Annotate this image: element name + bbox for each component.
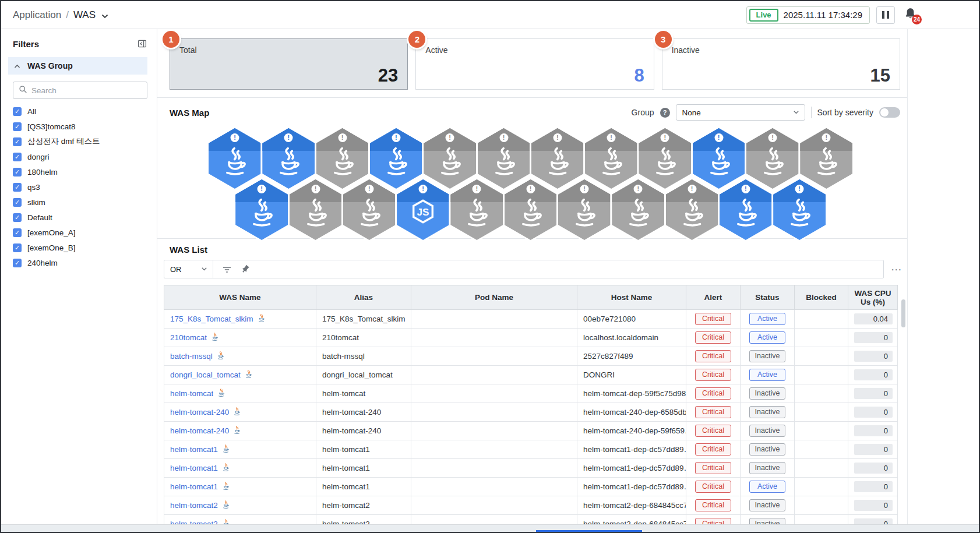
alert-badge[interactable]: Critical bbox=[695, 350, 731, 362]
column-header-status[interactable]: Status bbox=[741, 285, 795, 310]
was-hex-java-inactive[interactable]: ! bbox=[583, 126, 639, 190]
was-hex-java-inactive[interactable]: ! bbox=[556, 178, 612, 242]
checkbox-icon[interactable]: ✓ bbox=[13, 137, 22, 146]
was-name-link[interactable]: helm-tomcat1 bbox=[170, 464, 218, 472]
pause-button[interactable] bbox=[876, 6, 895, 24]
was-hex-java-active[interactable]: ! bbox=[207, 126, 263, 190]
was-hex-java-active[interactable]: ! bbox=[260, 126, 316, 190]
was-name-link[interactable]: helm-tomcat1 bbox=[170, 482, 218, 491]
sidebar-item-qs3[interactable]: ✓qs3 bbox=[13, 179, 147, 195]
checkbox-icon[interactable]: ✓ bbox=[13, 107, 22, 116]
was-name-link[interactable]: 210tomcat bbox=[170, 333, 207, 342]
was-name-link[interactable]: dongri_local_tomcat bbox=[170, 370, 241, 379]
was-group-header[interactable]: WAS Group bbox=[8, 57, 147, 75]
column-header-alias[interactable]: Alias bbox=[316, 285, 411, 310]
chevron-down-icon[interactable] bbox=[101, 10, 108, 22]
alert-badge[interactable]: Critical bbox=[695, 462, 731, 474]
filter-toolbar[interactable]: OR bbox=[164, 260, 884, 278]
alert-badge[interactable]: Critical bbox=[695, 499, 731, 511]
was-hex-java-inactive[interactable]: ! bbox=[449, 178, 505, 242]
was-hex-java-inactive[interactable]: ! bbox=[341, 178, 397, 242]
checkbox-icon[interactable]: ✓ bbox=[13, 168, 22, 177]
was-hex-java-inactive[interactable]: ! bbox=[315, 126, 371, 190]
breadcrumb-application[interactable]: Application bbox=[13, 9, 61, 21]
sidebar-item-[QS3]tomcat8[interactable]: ✓[QS3]tomcat8 bbox=[13, 119, 147, 134]
checkbox-icon[interactable]: ✓ bbox=[13, 259, 22, 267]
column-header-blocked[interactable]: Blocked bbox=[795, 285, 848, 310]
operator-dropdown[interactable]: OR bbox=[164, 260, 213, 278]
sidebar-item-삼성전자 dmf 테스트[interactable]: ✓삼성전자 dmf 테스트 bbox=[13, 134, 147, 149]
was-name-link[interactable]: helm-tomcat1 bbox=[170, 445, 218, 454]
sidebar-item-[exemOne_B][interactable]: ✓[exemOne_B] bbox=[13, 240, 147, 255]
bottom-scroll-strip[interactable] bbox=[1, 524, 979, 532]
search-input[interactable] bbox=[31, 86, 142, 95]
was-hex-java-active[interactable]: ! bbox=[368, 126, 424, 190]
was-hex-java-inactive[interactable]: ! bbox=[745, 126, 801, 190]
sidebar-item-240helm[interactable]: ✓240helm bbox=[13, 255, 147, 270]
was-hex-java-inactive[interactable]: ! bbox=[422, 126, 478, 190]
checkbox-icon[interactable]: ✓ bbox=[13, 228, 22, 237]
alert-badge[interactable]: Critical bbox=[695, 481, 731, 493]
was-name-link[interactable]: helm-tomcat-240 bbox=[170, 408, 229, 416]
column-header-pod-name[interactable]: Pod Name bbox=[411, 285, 577, 310]
summary-card-active[interactable]: 2Active8 bbox=[415, 38, 654, 90]
alert-badge[interactable]: Critical bbox=[695, 387, 731, 400]
was-name-link[interactable]: batch-mssql bbox=[170, 352, 213, 361]
card-value: 8 bbox=[634, 65, 644, 86]
sidebar-item-All[interactable]: ✓All bbox=[13, 104, 147, 119]
main-content: 1Total232Active83Inactive15 WAS Map Grou… bbox=[157, 29, 908, 524]
pin-icon[interactable] bbox=[241, 264, 250, 274]
group-dropdown[interactable]: None bbox=[676, 104, 805, 121]
checkbox-icon[interactable]: ✓ bbox=[13, 213, 22, 222]
was-hex-java-inactive[interactable]: ! bbox=[637, 126, 693, 190]
was-hex-java-inactive[interactable]: ! bbox=[288, 178, 344, 242]
checkbox-icon[interactable]: ✓ bbox=[13, 243, 22, 252]
sidebar-item-180helm[interactable]: ✓180helm bbox=[13, 164, 147, 179]
filter-icon[interactable] bbox=[222, 265, 232, 274]
notification-bell[interactable]: 24 bbox=[904, 7, 917, 23]
was-hex-nodejs-active[interactable]: ! JS bbox=[395, 178, 451, 242]
checkbox-icon[interactable]: ✓ bbox=[13, 183, 22, 192]
alert-badge[interactable]: Critical bbox=[695, 313, 731, 325]
collapse-panel-icon[interactable] bbox=[137, 38, 147, 49]
column-header-host-name[interactable]: Host Name bbox=[577, 285, 686, 310]
alert-badge[interactable]: Critical bbox=[695, 443, 731, 456]
alert-badge[interactable]: Critical bbox=[695, 406, 731, 418]
alert-badge[interactable]: Critical bbox=[695, 331, 731, 344]
alert-badge[interactable]: Critical bbox=[695, 425, 731, 437]
was-hex-java-inactive[interactable]: ! bbox=[798, 126, 854, 190]
was-name-link[interactable]: helm-tomcat-240 bbox=[170, 426, 229, 435]
was-name-link[interactable]: helm-tomcat2 bbox=[170, 501, 218, 510]
checkbox-icon[interactable]: ✓ bbox=[13, 122, 22, 131]
breadcrumb-was[interactable]: WAS bbox=[73, 9, 96, 21]
was-name-link[interactable]: helm-tomcat bbox=[170, 389, 213, 398]
checkbox-icon[interactable]: ✓ bbox=[13, 153, 22, 161]
summary-card-total[interactable]: 1Total23 bbox=[170, 38, 408, 90]
was-hex-java-active[interactable]: ! bbox=[691, 126, 747, 190]
alert-badge[interactable]: Critical bbox=[695, 369, 731, 381]
column-header-was-name[interactable]: WAS Name bbox=[164, 285, 316, 310]
was-hex-java-inactive[interactable]: ! bbox=[476, 126, 532, 190]
was-hex-java-active[interactable]: ! bbox=[234, 178, 290, 242]
live-time-box[interactable]: Live 2025.11.11 17:34:29 bbox=[746, 6, 870, 24]
sort-by-severity-toggle[interactable] bbox=[879, 107, 900, 118]
sidebar-item-[exemOne_A][interactable]: ✓[exemOne_A] bbox=[13, 225, 147, 240]
was-hex-java-inactive[interactable]: ! bbox=[503, 178, 559, 242]
help-icon[interactable]: ? bbox=[660, 108, 670, 118]
checkbox-icon[interactable]: ✓ bbox=[13, 198, 22, 207]
summary-card-inactive[interactable]: 3Inactive15 bbox=[662, 38, 900, 90]
more-options-icon[interactable]: ⋯ bbox=[891, 263, 903, 276]
vertical-scrollbar[interactable] bbox=[901, 299, 905, 327]
was-name-link[interactable]: 175_K8s_Tomcat_slkim bbox=[170, 315, 253, 323]
column-header-alert[interactable]: Alert bbox=[686, 285, 741, 310]
sidebar-item-Default[interactable]: ✓Default bbox=[13, 210, 147, 225]
was-hex-java-inactive[interactable]: ! bbox=[530, 126, 586, 190]
was-hex-java-active[interactable]: ! bbox=[718, 178, 774, 242]
java-icon bbox=[273, 147, 304, 179]
was-hex-java-active[interactable]: ! bbox=[771, 178, 827, 242]
sidebar-item-dongri[interactable]: ✓dongri bbox=[13, 149, 147, 164]
column-header-was-cpu-us-[interactable]: WAS CPU Us (%) bbox=[848, 285, 898, 310]
was-hex-java-inactive[interactable]: ! bbox=[610, 178, 666, 242]
was-hex-java-inactive[interactable]: ! bbox=[664, 178, 720, 242]
sidebar-item-slkim[interactable]: ✓slkim bbox=[13, 195, 147, 210]
